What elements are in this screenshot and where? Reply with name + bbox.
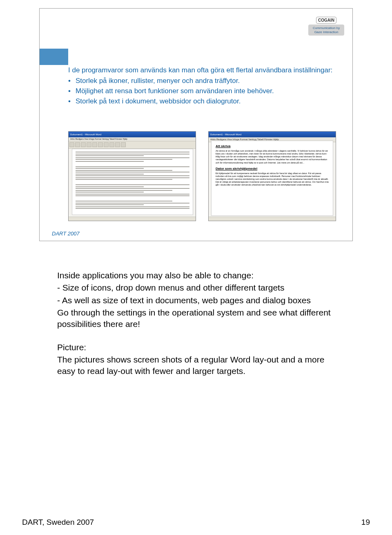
toolbar-button [87, 142, 91, 147]
document-area [72, 149, 193, 215]
window-titlebar: Dokument1 - Microsoft Word [69, 132, 196, 137]
logo-tagline: Communication by Gaze Interaction [308, 25, 344, 36]
header-accent-box [40, 49, 68, 65]
toolbar-button [92, 142, 97, 147]
toolbar-button [69, 142, 74, 147]
footer-left: DART, Sweden 2007 [22, 518, 94, 527]
picture-heading: Picture: [57, 342, 335, 353]
body-line-2: - Size of icons, drop down menus and oth… [57, 282, 335, 293]
page-footer: DART, Sweden 2007 19 [22, 518, 370, 527]
cogain-logo: COGAIN Communication by Gaze Interaction [308, 16, 344, 36]
slide-header: COGAIN Communication by Gaze Interaction [40, 9, 352, 65]
slide-body: I de programvaror som används kan man of… [68, 66, 336, 107]
document-area: Att skriva Att skriva är en förmåga som … [211, 141, 333, 216]
toolbar-button [121, 142, 126, 147]
bullet-2: Möjlighet att rensa bort funktioner som … [68, 87, 336, 96]
doc-heading-1: Att skriva [216, 144, 329, 148]
window-toolbar [69, 141, 196, 149]
toolbar-button [109, 142, 114, 147]
body-line-1: Inside applications you may also be able… [57, 270, 335, 281]
page-number: 19 [361, 518, 370, 527]
window-titlebar: Dokument1 - Microsoft Word [209, 132, 336, 137]
window-title: Dokument1 - Microsoft Word [210, 133, 241, 136]
window-menubar: Arkiv Redigera Visa Infoga Format Verkty… [69, 137, 196, 141]
screenshots-row: Dokument1 - Microsoft Word Arkiv Rediger… [68, 131, 336, 221]
slide-footer: DART 2007 [52, 231, 80, 237]
slide-intro: I de programvaror som används kan man of… [68, 66, 336, 75]
window-title: Dokument1 - Microsoft Word [70, 133, 101, 136]
toolbar-button [104, 142, 109, 147]
bullet-3: Storlek på text i dokument, webbsidor oc… [68, 97, 336, 106]
logo-brand: COGAIN [316, 17, 336, 24]
body-line-4: Go through the settings in the operation… [57, 307, 335, 330]
toolbar-button [81, 142, 86, 147]
body-line-3: - As well as size of text in documents, … [57, 295, 335, 306]
tiny-text-lines [72, 149, 193, 213]
slide-frame: COGAIN Communication by Gaze Interaction… [39, 8, 353, 241]
picture-description: The pictures shows screen shots of a reg… [57, 354, 335, 377]
toolbar-button [115, 142, 120, 147]
screenshot-right: Dokument1 - Microsoft Word Arkiv Rediger… [208, 131, 336, 221]
doc-paragraph-1: Att skriva är en förmåga som används i m… [216, 150, 329, 164]
window-statusbar [69, 217, 196, 221]
slide-bullets: Storlek på ikoner, rullister, menyer och… [68, 76, 336, 106]
toolbar-button [98, 142, 103, 147]
bullet-1: Storlek på ikoner, rullister, menyer och… [68, 76, 336, 86]
doc-paragraph-2: Ett hjälpmedel för att kompensera nedsat… [216, 172, 329, 187]
body-text: Inside applications you may also be able… [57, 270, 335, 378]
toolbar-button [75, 142, 80, 147]
doc-heading-2: Dator som skrivhjälpmedel [216, 167, 329, 170]
window-statusbar [209, 217, 336, 221]
screenshot-left: Dokument1 - Microsoft Word Arkiv Rediger… [68, 131, 196, 221]
